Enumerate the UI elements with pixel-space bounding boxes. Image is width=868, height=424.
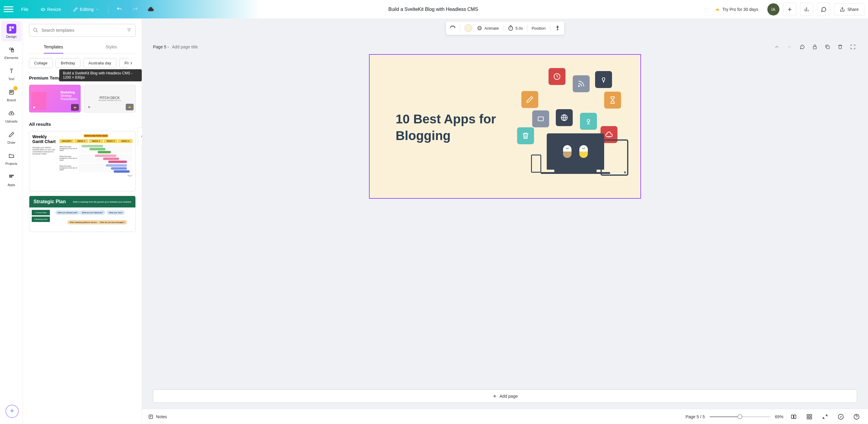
view-pages-button[interactable] <box>788 411 799 422</box>
uploads-icon <box>7 109 16 118</box>
page-up-button[interactable] <box>773 43 781 51</box>
chip-row: Collage Birthday Australia day Pir <box>29 58 136 68</box>
filter-icon[interactable] <box>126 28 132 33</box>
notes-label: Notes <box>156 414 167 419</box>
template-strategic-plan[interactable]: Strategic Plan Build a roadmap from the … <box>29 196 136 232</box>
page-lock-button[interactable] <box>811 43 819 51</box>
sidebar-item-apps[interactable]: Apps <box>1 169 22 190</box>
rss-badge-icon <box>573 75 590 92</box>
page-duplicate-button[interactable] <box>823 43 832 51</box>
text-icon <box>7 66 16 76</box>
chip-birthday[interactable]: Birthday <box>56 58 81 68</box>
page-down-button[interactable] <box>785 43 794 51</box>
add-page-label: Add page <box>500 394 518 399</box>
sidebar-label: Uploads <box>5 119 17 123</box>
premium-templates-row: Marketing Strategy Presentation PITCH DE… <box>29 85 136 113</box>
user-avatar[interactable]: IA <box>767 3 779 16</box>
main-menu-button[interactable] <box>4 4 13 14</box>
svg-rect-24 <box>792 415 794 419</box>
page-delete-button[interactable] <box>836 43 844 51</box>
zoom-handle[interactable] <box>738 414 742 419</box>
svg-point-9 <box>9 176 10 177</box>
resize-button[interactable]: Resize <box>36 4 65 14</box>
grid-view-button[interactable] <box>804 411 815 422</box>
magic-ai-button[interactable] <box>5 405 19 418</box>
template-gantt-chart[interactable]: Weekly Gantt Chart Arrange your teams' w… <box>29 131 136 191</box>
toolbar-autoplay[interactable] <box>450 25 456 31</box>
search-box[interactable] <box>29 24 136 37</box>
add-member-button[interactable] <box>783 3 796 16</box>
sidebar-item-uploads[interactable]: Uploads <box>1 105 22 126</box>
gantt-grid: MONTH AND POINT YEAR JANUARY WEEK 1 WEEK… <box>60 134 132 188</box>
background-color-swatch[interactable] <box>465 24 472 32</box>
svg-point-7 <box>11 175 12 176</box>
chip-collage[interactable]: Collage <box>29 58 53 68</box>
toolbar-timer[interactable]: 5.0s <box>507 25 523 31</box>
comments-button[interactable] <box>817 3 830 16</box>
sidebar-item-text[interactable]: Text <box>1 63 22 84</box>
toolbar-position[interactable]: Position <box>532 26 546 31</box>
template-card-pitchdeck[interactable]: PITCH DECK MODERN PRESENTATION <box>84 85 136 113</box>
toolbar-animate[interactable]: Animate <box>476 25 499 31</box>
add-page-button[interactable]: Add page <box>153 390 857 403</box>
canvas-page[interactable]: 10 Best Apps for Blogging <box>369 54 641 199</box>
strategic-body: 1 Future State 2 Marketing Plan Write yo… <box>29 208 135 224</box>
toolbar-accessibility[interactable] <box>554 25 560 31</box>
sidebar-item-brand[interactable]: Brand <box>1 84 22 105</box>
tab-row: Templates Styles <box>29 41 136 54</box>
page-indicator[interactable]: Page 5 / 5 <box>685 414 705 419</box>
template-card-marketing[interactable]: Marketing Strategy Presentation <box>29 85 81 113</box>
templates-panel: Templates Styles Collage Birthday Austra… <box>23 19 142 424</box>
help-button[interactable] <box>851 411 862 422</box>
tab-templates[interactable]: Templates <box>44 41 63 54</box>
apps-icon <box>7 172 16 182</box>
chip-australia[interactable]: Australia day <box>84 58 116 68</box>
canvas-illustration[interactable]: ^^ ^^ <box>517 67 628 188</box>
svg-point-19 <box>579 86 579 87</box>
sidebar-label: Design <box>6 35 16 38</box>
svg-rect-4 <box>11 50 13 52</box>
zoom-slider[interactable] <box>710 416 770 417</box>
sidebar-item-design[interactable]: Design <box>1 21 22 41</box>
share-button[interactable]: Share <box>834 3 864 16</box>
svg-point-10 <box>11 176 12 177</box>
sidebar-item-projects[interactable]: Projects <box>1 148 22 169</box>
search-input[interactable] <box>41 28 123 33</box>
page-comments-button[interactable] <box>798 43 806 51</box>
svg-point-13 <box>479 28 480 29</box>
pitch-deck-sub: MODERN PRESENTATION <box>98 99 121 101</box>
zoom-label[interactable]: 69% <box>775 414 783 419</box>
cloud-sync-button[interactable] <box>145 3 157 16</box>
fullscreen-button[interactable] <box>819 411 831 422</box>
divider <box>108 5 108 13</box>
try-pro-button[interactable]: Try Pro for 30 days <box>710 4 764 15</box>
brand-icon <box>7 87 16 97</box>
gantt-left: Weekly Gantt Chart Arrange your teams' w… <box>32 134 57 188</box>
page-expand-button[interactable] <box>849 43 857 51</box>
sidebar-item-elements[interactable]: Elements <box>1 42 22 63</box>
sidebar-item-draw[interactable]: Draw <box>1 127 22 147</box>
redo-button[interactable] <box>129 3 141 16</box>
clock-badge-icon <box>549 68 565 85</box>
undo-button[interactable] <box>113 3 125 16</box>
marketing-card-text: Marketing Strategy Presentation <box>60 91 78 101</box>
canvas-heading[interactable]: 10 Best Apps for Blogging <box>396 111 517 144</box>
top-header: File Resize Editing Build a SvelteKit Bl… <box>0 0 868 19</box>
canvas-toolbar: Animate 5.0s Position <box>446 22 564 35</box>
page-title-input[interactable] <box>172 44 217 49</box>
present-button[interactable] <box>835 411 846 422</box>
file-button[interactable]: File <box>17 4 33 14</box>
svg-rect-27 <box>810 414 812 416</box>
pencil-badge-icon <box>521 91 538 108</box>
all-results-header: All results <box>29 122 136 127</box>
editing-button[interactable]: Editing <box>69 4 103 14</box>
document-title[interactable]: Build a SvelteKit Blog with Headless CMS <box>389 7 478 12</box>
animate-label: Animate <box>485 26 499 31</box>
svg-point-12 <box>478 26 482 30</box>
notes-button[interactable]: Notes <box>148 414 167 420</box>
analytics-button[interactable] <box>800 3 813 16</box>
svg-rect-16 <box>813 47 817 49</box>
chip-scroll-right[interactable] <box>127 58 136 68</box>
tab-styles[interactable]: Styles <box>105 41 117 54</box>
sidebar-label: Projects <box>5 162 18 165</box>
